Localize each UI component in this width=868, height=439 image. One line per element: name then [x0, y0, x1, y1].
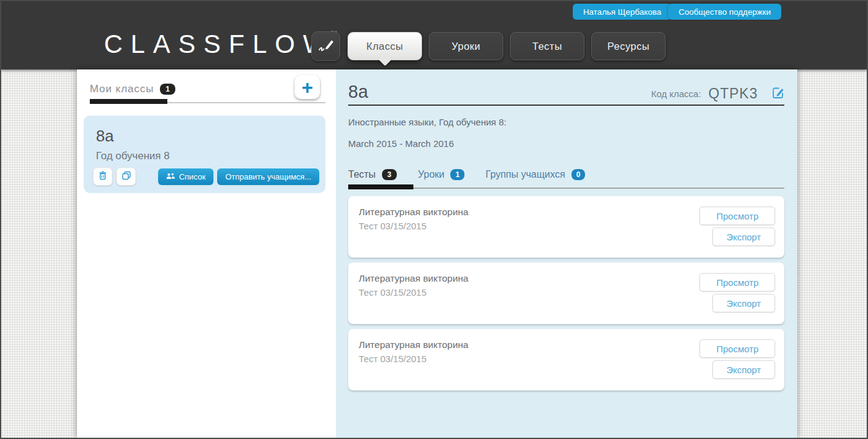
add-class-button[interactable]: + [295, 75, 320, 99]
test-title: Литературная викторина [359, 273, 468, 284]
plus-icon: + [301, 76, 313, 98]
test-row: Литературная викторина Тест 03/15/2015 П… [348, 329, 784, 390]
export-test-button[interactable]: Экспорт [712, 294, 775, 312]
sidebar-header: Мои классы 1 [90, 83, 175, 95]
class-code-label: Код класса: [651, 89, 701, 99]
class-detail-title: 8а [348, 82, 368, 102]
export-test-button[interactable]: Экспорт [712, 227, 775, 246]
nav-tab-tests[interactable]: Тесты [510, 32, 584, 60]
tab-tests-count-badge: 3 [382, 169, 397, 180]
nav-tab-classes[interactable]: Классы [348, 32, 422, 60]
view-test-button[interactable]: Просмотр [699, 273, 775, 291]
duplicate-class-button[interactable] [116, 167, 136, 186]
my-classes-title: Мои классы [90, 83, 154, 95]
test-subtitle: Тест 03/15/2015 [359, 221, 426, 231]
export-test-button[interactable]: Экспорт [712, 360, 775, 379]
people-icon [166, 172, 175, 181]
logo-text: CLASSFLOW [104, 30, 335, 58]
class-roster-label: Список [179, 172, 205, 181]
tab-tests[interactable]: Тесты 3 [348, 169, 397, 180]
tabs-active-underline [348, 184, 413, 189]
app-header: Наталья Щербакова Сообщество поддержки C… [1, 1, 867, 69]
nav-tab-resources[interactable]: Ресурсы [591, 32, 666, 60]
tab-student-groups[interactable]: Группы учащихся 0 [485, 169, 585, 180]
content-area: Мои классы 1 + 8а Год обучения 8 [77, 69, 797, 438]
tab-lessons-count-badge: 1 [450, 169, 464, 180]
class-detail-tabs: Тесты 3 Уроки 1 Группы учащихся 0 [348, 169, 585, 180]
test-row: Литературная викторина Тест 03/15/2015 П… [348, 196, 784, 258]
test-actions: Просмотр Экспорт [699, 273, 775, 312]
support-community-link[interactable]: Сообщество поддержки [668, 4, 781, 20]
trash-icon [98, 171, 107, 182]
my-classes-sidebar: Мои классы 1 + 8а Год обучения 8 [77, 69, 336, 438]
nav-tab-lessons[interactable]: Уроки [429, 32, 503, 60]
view-test-button[interactable]: Просмотр [699, 339, 775, 358]
classflow-logo: CLASSFLOW™ [104, 30, 337, 57]
test-row: Литературная викторина Тест 03/15/2015 П… [348, 263, 784, 324]
class-code-value: QTPK3 [709, 85, 758, 102]
send-to-students-button[interactable]: Отправить учащимся... [217, 168, 319, 185]
tab-lessons-label: Уроки [418, 169, 444, 180]
class-header-divider [348, 105, 784, 106]
class-card-subtitle: Год обучения 8 [96, 150, 313, 162]
classflow-app: Наталья Щербакова Сообщество поддержки C… [0, 0, 868, 439]
tab-lessons[interactable]: Уроки 1 [418, 169, 464, 180]
tab-student-groups-label: Группы учащихся [485, 169, 565, 180]
test-title: Литературная викторина [359, 339, 468, 350]
account-bar: Наталья Щербакова Сообщество поддержки [573, 4, 781, 20]
tests-list: Литературная викторина Тест 03/15/2015 П… [348, 196, 784, 395]
class-roster-button[interactable]: Список [158, 168, 213, 185]
pencil-squiggle-icon [317, 38, 335, 55]
delete-class-button[interactable] [93, 167, 113, 186]
quick-draw-button[interactable] [311, 31, 340, 61]
class-date-range: March 2015 - March 2016 [348, 138, 454, 149]
test-title: Литературная викторина [359, 207, 468, 218]
class-card-actions: Список Отправить учащимся... [93, 167, 319, 186]
copy-icon [122, 171, 131, 182]
class-description: Иностранные языки, Год обучения 8: [348, 117, 506, 127]
tab-student-groups-count-badge: 0 [571, 169, 586, 180]
test-subtitle: Тест 03/15/2015 [359, 287, 426, 298]
view-test-button[interactable]: Просмотр [699, 207, 775, 225]
send-to-students-label: Отправить учащимся... [225, 172, 311, 181]
user-account-link[interactable]: Наталья Щербакова [573, 4, 672, 20]
class-code-group: Код класса: QTPK3 [651, 85, 784, 102]
test-actions: Просмотр Экспорт [699, 207, 775, 246]
test-actions: Просмотр Экспорт [699, 339, 775, 379]
tabs-divider [348, 188, 784, 189]
class-detail-panel: 8а Код класса: QTPK3 Иностранные языки, … [336, 69, 797, 438]
class-card-name: 8а [96, 127, 313, 146]
my-classes-count-badge: 1 [160, 84, 175, 95]
edit-icon [771, 87, 784, 101]
test-subtitle: Тест 03/15/2015 [359, 354, 426, 364]
edit-class-button[interactable] [771, 87, 784, 101]
tab-tests-label: Тесты [348, 169, 376, 180]
class-card-8a[interactable]: 8а Год обучения 8 [84, 116, 325, 193]
sidebar-active-underline [90, 99, 167, 104]
